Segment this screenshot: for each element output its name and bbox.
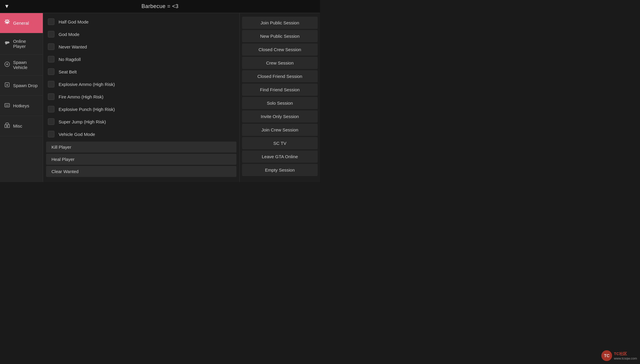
sidebar-item-hotkeys[interactable]: Hotkeys [0, 96, 43, 116]
sidebar-label-general: General [13, 21, 29, 26]
toggle-row-explosive-punch[interactable]: Explosive Punch (High Risk) [43, 103, 239, 115]
session-button-empty-session[interactable]: Empty Session [242, 164, 318, 176]
left-panel: Half God Mode God Mode Never Wanted No R… [43, 13, 240, 182]
spawn-drop-icon [4, 82, 10, 89]
hotkeys-icon [4, 102, 10, 109]
toggle-row-no-ragdoll[interactable]: No Ragdoll [43, 53, 239, 65]
sidebar-item-online-player[interactable]: Online Player [0, 33, 43, 54]
toggle-checkbox-vehicle-god-mode[interactable] [48, 131, 54, 137]
toggle-checkbox-god-mode[interactable] [48, 31, 54, 37]
session-button-closed-friend-session[interactable]: Closed Friend Session [242, 70, 318, 82]
sidebar-label-misc: Misc [13, 123, 22, 128]
toggle-row-super-jump[interactable]: Super Jump (High Risk) [43, 115, 239, 128]
session-button-closed-crew-session[interactable]: Closed Crew Session [242, 43, 318, 56]
session-button-invite-only-session[interactable]: Invite Only Session [242, 110, 318, 123]
toggle-label-half-god-mode: Half God Mode [59, 19, 89, 24]
sidebar-item-misc[interactable]: Misc [0, 116, 43, 136]
toggle-row-half-god-mode[interactable]: Half God Mode [43, 15, 239, 28]
toggle-checkbox-explosive-ammo[interactable] [48, 81, 54, 87]
toggle-checkbox-half-god-mode[interactable] [48, 18, 54, 25]
toggle-label-god-mode: God Mode [59, 32, 79, 37]
content-area: Half God Mode God Mode Never Wanted No R… [43, 13, 320, 182]
dropdown-icon[interactable]: ▼ [4, 3, 10, 10]
session-button-leave-gta-online[interactable]: Leave GTA Online [242, 150, 318, 163]
toggle-label-never-wanted: Never Wanted [59, 44, 87, 49]
sidebar-label-hotkeys: Hotkeys [13, 103, 29, 108]
toggle-label-seat-belt: Seat Belt [59, 69, 77, 74]
sidebar-label-spawn-vehicle: Spawn Vehicle [13, 60, 39, 70]
sidebar-label-spawn-drop: Spawn Drop [13, 83, 38, 88]
bird-icon [4, 40, 10, 48]
toggle-row-never-wanted[interactable]: Never Wanted [43, 40, 239, 53]
action-button-clear-wanted[interactable]: Clear Wanted [46, 166, 236, 177]
toggle-row-seat-belt[interactable]: Seat Belt [43, 65, 239, 78]
toggle-label-explosive-punch: Explosive Punch (High Risk) [59, 107, 115, 112]
spawn-vehicle-icon [4, 61, 10, 69]
svg-rect-3 [5, 103, 10, 107]
gear-red-icon [4, 19, 10, 27]
app-title: Barbecue = <3 [142, 3, 179, 10]
session-button-join-crew-session[interactable]: Join Crew Session [242, 124, 318, 136]
action-button-heal-player[interactable]: Heal Player [46, 154, 236, 165]
session-button-crew-session[interactable]: Crew Session [242, 57, 318, 69]
toggle-label-super-jump: Super Jump (High Risk) [59, 119, 106, 124]
session-button-join-public-session[interactable]: Join Public Session [242, 17, 318, 29]
toggle-checkbox-no-ragdoll[interactable] [48, 56, 54, 62]
main-layout: General Online Player Spawn Vehicle [0, 13, 320, 182]
toggle-checkbox-super-jump[interactable] [48, 118, 54, 125]
toggle-checkbox-never-wanted[interactable] [48, 43, 54, 50]
toggle-label-explosive-ammo: Explosive Ammo (High Risk) [59, 82, 115, 87]
sidebar-item-general[interactable]: General [0, 13, 43, 33]
session-button-find-friend-session[interactable]: Find Friend Session [242, 84, 318, 96]
sidebar-item-spawn-vehicle[interactable]: Spawn Vehicle [0, 54, 43, 76]
svg-rect-5 [7, 125, 8, 127]
toggle-checkbox-fire-ammo[interactable] [48, 93, 54, 100]
right-panel: Join Public SessionNew Public SessionClo… [240, 13, 320, 182]
misc-icon [4, 122, 10, 130]
toggle-row-vehicle-god-mode[interactable]: Vehicle God Mode [43, 128, 239, 140]
toggle-row-god-mode[interactable]: God Mode [43, 28, 239, 40]
toggle-checkbox-explosive-punch[interactable] [48, 106, 54, 112]
session-button-solo-session[interactable]: Solo Session [242, 97, 318, 109]
session-button-new-public-session[interactable]: New Public Session [242, 30, 318, 42]
toggle-label-fire-ammo: Fire Ammo (High Risk) [59, 94, 103, 99]
toggle-checkbox-seat-belt[interactable] [48, 68, 54, 75]
title-bar: ▼ Barbecue = <3 [0, 0, 320, 13]
toggle-label-vehicle-god-mode: Vehicle God Mode [59, 132, 95, 137]
svg-rect-4 [5, 125, 10, 128]
toggle-row-fire-ammo[interactable]: Fire Ammo (High Risk) [43, 90, 239, 103]
session-button-sc-tv[interactable]: SC TV [242, 137, 318, 149]
toggle-row-explosive-ammo[interactable]: Explosive Ammo (High Risk) [43, 78, 239, 90]
sidebar-label-online-player: Online Player [13, 39, 39, 49]
sidebar: General Online Player Spawn Vehicle [0, 13, 43, 182]
sidebar-item-spawn-drop[interactable]: Spawn Drop [0, 76, 43, 96]
toggle-label-no-ragdoll: No Ragdoll [59, 57, 81, 62]
action-button-kill-player[interactable]: Kill Player [46, 142, 236, 153]
